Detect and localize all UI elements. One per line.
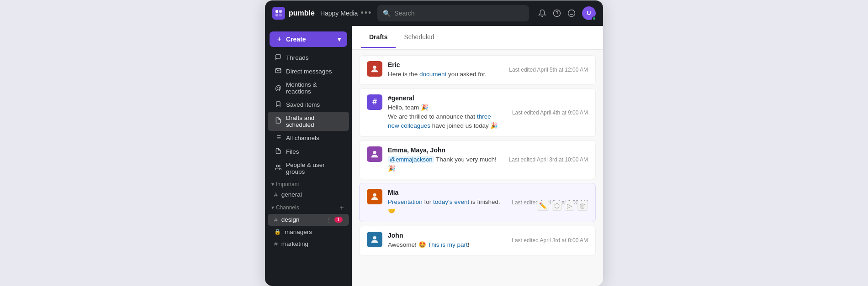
content-area: Drafts Scheduled Eric Here is the docume…: [352, 26, 603, 286]
draft-name-general: #general: [388, 94, 503, 102]
logo-text: pumble: [289, 9, 315, 17]
avatar-status: [592, 16, 596, 21]
threads-icon: [274, 54, 282, 62]
channel-item-general-important[interactable]: # general: [268, 189, 349, 201]
draft-avatar-john: [367, 232, 382, 247]
svg-rect-3: [279, 14, 282, 16]
draft-avatar-mia: [367, 189, 382, 204]
important-section-header[interactable]: ▾ Important: [265, 178, 352, 188]
create-label: Create: [286, 36, 306, 43]
eric-document-link[interactable]: document: [419, 71, 446, 78]
tab-drafts[interactable]: Drafts: [361, 27, 396, 48]
draft-body-eric: Eric Here is the document you asked for.: [388, 61, 500, 79]
avatar-initials: U: [587, 10, 591, 16]
draft-avatar-emma: [367, 146, 382, 162]
mia-event-link[interactable]: today's event: [433, 198, 469, 205]
sidebar-item-mentions-reactions[interactable]: @ Mentions & reactions: [268, 78, 349, 98]
design-channel-dots[interactable]: ⋮: [326, 216, 333, 224]
draft-card-general[interactable]: # #general Hello, team 🎉 We are thrilled…: [359, 88, 596, 137]
svg-point-18: [373, 193, 376, 197]
draft-time-general: Last edited April 4th at 9:00 AM: [512, 109, 588, 116]
design-channel-label: design: [281, 216, 300, 223]
topbar-actions: U: [538, 6, 596, 20]
mia-delete-icon[interactable]: 🗑: [577, 201, 588, 211]
mentions-label: Mentions & reactions: [286, 81, 343, 95]
sidebar-item-threads[interactable]: Threads: [268, 51, 349, 64]
notifications-button[interactable]: [538, 9, 546, 17]
draft-name-john: John: [388, 232, 503, 239]
help-button[interactable]: [553, 9, 561, 17]
managers-channel-label: managers: [285, 229, 312, 235]
draft-avatar-eric: [367, 61, 382, 77]
john-mypart-link[interactable]: This is my part: [428, 241, 468, 248]
search-bar[interactable]: 🔍 Search: [377, 5, 529, 21]
draft-time-eric: Last edited April 5th at 12:00 AM: [509, 67, 588, 73]
svg-rect-1: [279, 10, 282, 13]
mentions-icon: @: [274, 84, 282, 92]
main-layout: ＋ Create ▾ Threads Direct messag: [265, 26, 603, 286]
mia-send-icon[interactable]: ▷: [565, 201, 574, 211]
svg-point-15: [276, 165, 279, 167]
add-channel-button[interactable]: ＋: [338, 203, 345, 213]
john-text-before: Awesome! 🤩: [388, 241, 428, 248]
workspace-name: Happy Media: [320, 10, 358, 17]
draft-body-mia: Mia Presentation for today's event is fi…: [388, 189, 503, 216]
mia-text-between: for: [423, 198, 433, 205]
sidebar-item-drafts-scheduled[interactable]: Drafts and scheduled: [268, 112, 349, 131]
create-plus-icon: ＋: [276, 35, 282, 43]
mia-share-icon[interactable]: ⬡: [552, 201, 562, 211]
draft-text-general-line2: We are thrilled to announce that three n…: [388, 112, 503, 131]
general-line2-after: have joined us today 🎉: [430, 122, 498, 129]
mia-edit-icon[interactable]: ✏️: [537, 201, 549, 211]
files-icon: [274, 148, 282, 156]
logo: pumble: [272, 7, 315, 20]
sidebar-nav: Threads Direct messages @ Mentions & rea…: [265, 51, 352, 286]
draft-card-eric[interactable]: Eric Here is the document you asked for.…: [359, 55, 596, 85]
search-icon: 🔍: [383, 10, 391, 17]
draft-card-mia[interactable]: Mia Presentation for today's event is fi…: [359, 183, 596, 222]
threads-label: Threads: [286, 54, 309, 61]
logo-icon: [272, 7, 285, 20]
draft-time-john: Last edited April 3rd at 8:00 AM: [512, 237, 588, 244]
sidebar-item-all-channels[interactable]: All channels: [268, 131, 349, 145]
emoji-button[interactable]: [567, 9, 576, 17]
app-container: pumble Happy Media ••• 🔍 Search: [265, 0, 603, 286]
draft-text-general-line1: Hello, team 🎉: [388, 103, 503, 112]
sidebar-item-direct-messages[interactable]: Direct messages: [268, 65, 349, 78]
create-button[interactable]: ＋ Create ▾: [270, 31, 347, 47]
people-icon: [274, 164, 282, 172]
drafts-list: Eric Here is the document you asked for.…: [352, 50, 603, 286]
saved-items-icon: [274, 101, 282, 109]
channels-section-label: Channels: [276, 204, 299, 211]
draft-body-general: #general Hello, team 🎉 We are thrilled t…: [388, 94, 503, 131]
draft-avatar-general: #: [367, 94, 382, 110]
marketing-hash-icon: #: [274, 240, 278, 248]
draft-card-john[interactable]: John Awesome! 🤩 This is my part! Last ed…: [359, 226, 596, 255]
topbar: pumble Happy Media ••• 🔍 Search: [265, 0, 603, 26]
mia-presentation-link[interactable]: Presentation: [388, 198, 423, 205]
workspace-menu-dots: •••: [360, 8, 372, 18]
sidebar-item-people-user-groups[interactable]: People & user groups: [268, 159, 349, 178]
channels-section-header[interactable]: ▾ Channels ＋: [265, 201, 352, 213]
eric-text-before: Here is the: [388, 71, 419, 78]
avatar[interactable]: U: [582, 6, 596, 20]
draft-text-mia: Presentation for today's event is finish…: [388, 198, 503, 216]
workspace-selector[interactable]: Happy Media •••: [320, 8, 372, 18]
tab-scheduled[interactable]: Scheduled: [396, 27, 442, 48]
search-placeholder: Search: [394, 10, 414, 17]
sidebar-item-saved-items[interactable]: Saved items: [268, 98, 349, 111]
emma-mention-tag[interactable]: @emmajackson: [388, 156, 434, 163]
channel-item-design[interactable]: # design ⋮ 1: [268, 214, 349, 226]
draft-text-eric: Here is the document you asked for.: [388, 70, 500, 79]
draft-body-emma: Emma, Maya, John @emmajackson Thank you …: [388, 146, 500, 174]
channel-item-marketing[interactable]: # marketing: [268, 238, 349, 250]
channel-item-managers[interactable]: 🔒 managers: [268, 226, 349, 238]
svg-point-17: [373, 151, 376, 154]
svg-point-6: [568, 10, 575, 16]
managers-lock-icon: 🔒: [274, 229, 281, 235]
files-label: Files: [286, 148, 299, 155]
draft-card-emma-maya-john[interactable]: Emma, Maya, John @emmajackson Thank you …: [359, 140, 596, 180]
draft-name-mia: Mia: [388, 189, 503, 196]
general-channel-label: general: [281, 191, 302, 198]
sidebar-item-files[interactable]: Files: [268, 145, 349, 158]
